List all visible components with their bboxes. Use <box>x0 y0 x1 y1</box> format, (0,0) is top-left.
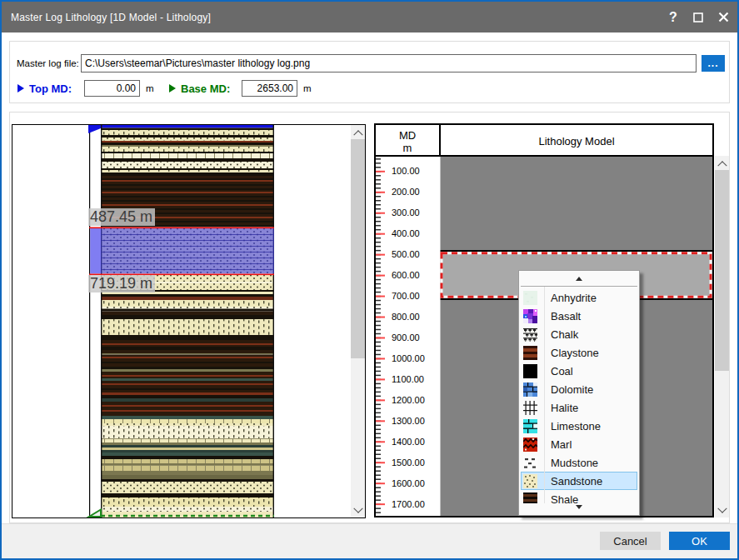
browse-button[interactable]: ... <box>702 55 725 72</box>
shale-swatch <box>523 492 537 505</box>
chalk-swatch <box>523 328 537 342</box>
md-column-header: MD m <box>376 125 439 157</box>
coal-pattern-icon <box>523 364 537 378</box>
dropdown-item-basalt[interactable]: Basalt <box>521 307 637 325</box>
anhydrite-pattern-icon <box>523 291 537 305</box>
dropdown-item-limestone[interactable]: Limestone <box>521 417 637 435</box>
top-md-input[interactable]: 0.00 <box>84 80 140 97</box>
dropdown-item-label: Coal <box>551 365 573 378</box>
dropdown-item-label: Dolomite <box>551 383 593 396</box>
base-md-label: Base MD: <box>169 82 230 95</box>
coal-swatch <box>523 364 537 378</box>
dropdown-item-label: Shale <box>551 493 578 505</box>
model-scrollbar[interactable] <box>715 156 729 518</box>
md-tick-label: 900.00 <box>392 333 420 342</box>
scroll-down-icon <box>576 505 582 509</box>
chevron-down-icon <box>717 503 727 512</box>
master-log-file-value: C:\Users\steemar\Pictures\master litholo… <box>85 58 310 69</box>
base-md-unit: m <box>303 83 312 93</box>
log-scrollbar-thumb[interactable] <box>351 139 365 358</box>
md-tick-label: 400.00 <box>392 229 420 238</box>
dropdown-item-label: Mudstone <box>551 457 598 469</box>
title-bar[interactable]: Master Log Lithology [1D Model - Litholo… <box>2 2 737 32</box>
cancel-button[interactable]: Cancel <box>600 532 661 550</box>
dropdown-item-shale[interactable]: Shale <box>521 490 637 504</box>
close-button[interactable] <box>711 2 736 32</box>
dropdown-item-mudstone[interactable]: Mudstone <box>521 453 637 472</box>
top-md-value: 0.00 <box>117 82 136 94</box>
chevron-down-icon <box>353 503 362 512</box>
model-scroll-down-button[interactable] <box>715 503 729 518</box>
table-header: MD m Lithology Model <box>376 125 712 157</box>
dropdown-item-label: Anhydrite <box>551 292 597 304</box>
md-tick-label: 100.00 <box>392 167 420 176</box>
md-tick-label: 1600.00 <box>392 479 425 488</box>
master-log-image[interactable] <box>12 125 365 518</box>
dropdown-item-chalk[interactable]: Chalk <box>521 325 637 343</box>
sandstone-swatch <box>523 474 537 488</box>
md-tick-label: 300.00 <box>392 208 420 218</box>
marl-pattern-icon <box>523 438 537 452</box>
chevron-up-icon <box>717 161 727 170</box>
browse-button-label: ... <box>707 58 718 69</box>
help-button[interactable]: ? <box>661 2 686 32</box>
dropdown-item-label: Claystone <box>551 347 599 359</box>
log-scroll-down-button[interactable] <box>351 503 365 518</box>
top-md-arrow-icon <box>17 84 24 92</box>
selection-base-depth-label: 719.19 m <box>88 275 155 292</box>
lithology-model-column-header: Lithology Model <box>441 125 712 157</box>
dropdown-item-coal[interactable]: Coal <box>521 362 637 380</box>
dropdown-item-sandstone[interactable]: Sandstone <box>521 472 637 490</box>
master-log-panel: 487.45 m 719.19 m <box>12 124 366 518</box>
dropdown-item-claystone[interactable]: Claystone <box>521 343 637 362</box>
top-md-label: Top MD: <box>17 82 72 95</box>
md-tick-label: 1400.00 <box>392 438 425 447</box>
log-scroll-up-button[interactable] <box>351 125 365 139</box>
dolomite-pattern-icon <box>523 382 537 397</box>
md-tick-label: 700.00 <box>392 292 420 301</box>
maximize-icon <box>693 12 703 22</box>
base-md-input[interactable]: 2653.00 <box>242 80 297 97</box>
claystone-pattern-icon <box>523 346 537 360</box>
help-icon: ? <box>669 10 677 25</box>
shale-pattern-icon <box>523 492 537 505</box>
mudstone-swatch <box>523 456 537 470</box>
lithology-dropdown: AnhydriteBasaltChalkClaystoneCoalDolomit… <box>518 270 640 516</box>
dropdown-gutter-line <box>544 287 545 515</box>
dropdown-item-anhydrite[interactable]: Anhydrite <box>521 288 637 307</box>
dropdown-item-list: AnhydriteBasaltChalkClaystoneCoalDolomit… <box>519 288 639 504</box>
close-icon <box>718 12 729 22</box>
limestone-pattern-icon <box>523 419 537 433</box>
dropdown-separator <box>521 286 637 287</box>
md-tick-label: 1000.00 <box>392 354 425 363</box>
master-log-file-input[interactable]: C:\Users\steemar\Pictures\master litholo… <box>81 54 697 72</box>
dialog-footer: Cancel OK <box>2 523 737 558</box>
base-md-arrow-icon <box>169 84 176 92</box>
md-tick-label: 800.00 <box>392 312 420 322</box>
sandstone-pattern-icon <box>523 474 537 488</box>
log-panel-scrollbar[interactable] <box>351 125 365 518</box>
halite-swatch <box>523 401 537 415</box>
model-scroll-up-button[interactable] <box>715 156 729 170</box>
md-tick-label: 1700.00 <box>392 500 425 509</box>
maximize-button[interactable] <box>686 2 711 32</box>
dropdown-item-label: Chalk <box>551 328 578 341</box>
dropdown-item-dolomite[interactable]: Dolomite <box>521 380 637 398</box>
model-scrollbar-thumb[interactable] <box>715 170 729 371</box>
chalk-pattern-icon <box>523 328 537 342</box>
dolomite-swatch <box>523 382 537 397</box>
mudstone-pattern-icon <box>523 456 537 470</box>
dropdown-item-halite[interactable]: Halite <box>521 398 637 417</box>
md-tick-label: 1500.00 <box>392 458 425 468</box>
dropdown-scroll-up[interactable] <box>519 271 639 286</box>
md-tick-label: 1200.00 <box>392 396 425 405</box>
scroll-up-icon <box>576 277 582 281</box>
md-tick-label: 200.00 <box>392 188 420 197</box>
dialog-window: Master Log Lithology [1D Model - Litholo… <box>0 0 739 560</box>
dropdown-scroll-down[interactable] <box>520 503 638 515</box>
dropdown-item-marl[interactable]: Marl <box>521 435 637 453</box>
limestone-swatch <box>523 419 537 433</box>
halite-pattern-icon <box>523 401 537 415</box>
window-title: Master Log Lithology [1D Model - Litholo… <box>2 12 211 23</box>
ok-button[interactable]: OK <box>669 532 730 550</box>
